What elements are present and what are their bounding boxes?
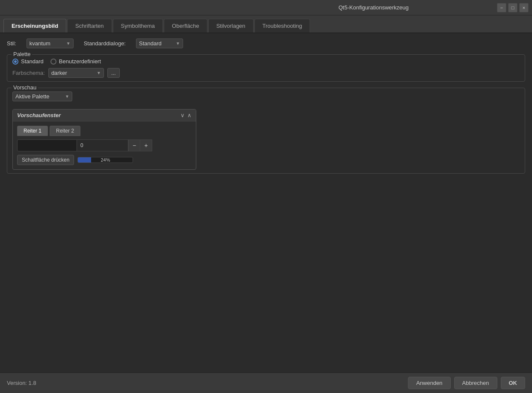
farbschema-label: Farbschema: (12, 70, 45, 76)
standarddialoge-label: Standarddialoge: (84, 40, 126, 47)
footer: Version: 1.8 Anwenden Abbrechen OK (0, 372, 532, 393)
farbschema-dots-button[interactable]: ... (107, 68, 120, 78)
preview-body: Reiter 1 Reiter 2 0 − + Schaltfläche drü… (13, 121, 196, 169)
radio-benutzerdefiniert-label: Benutzerdefiniert (59, 58, 101, 65)
palette-radio-row: Standard Benutzerdefiniert (12, 58, 520, 65)
preview-minimize-icon[interactable]: ∨ (180, 112, 185, 118)
preview-tab-1[interactable]: Reiter 1 (17, 126, 48, 136)
abbrechen-button[interactable]: Abbrechen (454, 377, 497, 389)
top-controls: Stil: kvantum ▼ Standarddialoge: Standar… (7, 38, 525, 48)
tab-oberflaeche[interactable]: Oberfläche (164, 19, 207, 33)
preview-spinner-row: 0 − + (17, 139, 192, 151)
farbschema-dropdown[interactable]: darker ▼ (48, 68, 104, 78)
minimize-button[interactable]: − (497, 3, 506, 12)
preview-tab-2[interactable]: Reiter 2 (50, 126, 80, 136)
footer-buttons: Anwenden Abbrechen OK (408, 377, 525, 389)
stil-dropdown[interactable]: kvantum ▼ (27, 38, 74, 48)
titlebar-controls: − □ × (497, 3, 529, 12)
preview-progress-row: Schaltfläche drücken 24% (17, 155, 192, 165)
preview-maximize-icon[interactable]: ∧ (187, 112, 192, 118)
tab-stilvorlagen[interactable]: Stilvorlagen (208, 19, 254, 33)
farbschema-row: Farbschema: darker ▼ ... (12, 68, 520, 78)
progress-bar-container: 24% (77, 157, 133, 163)
standarddialoge-value: Standard (139, 40, 162, 47)
tabs-bar: Erscheinungsbild Schriftarten Symbolthem… (0, 15, 532, 33)
vorschau-group: Vorschau Aktive Palette ▼ Vorschaufenste… (7, 88, 525, 174)
vorschau-group-title: Vorschau (12, 84, 38, 91)
preview-window: Vorschaufenster ∨ ∧ Reiter 1 Reiter 2 0 … (12, 109, 196, 170)
tab-symbolthema[interactable]: Symbolthema (113, 19, 163, 33)
close-button[interactable]: × (519, 3, 529, 12)
standarddialoge-dropdown[interactable]: Standard ▼ (136, 38, 183, 48)
radio-benutzerdefiniert-circle (50, 59, 56, 65)
aktive-palette-dropdown-arrow: ▼ (65, 94, 69, 99)
radio-standard-dot (14, 60, 17, 63)
radio-benutzerdefiniert[interactable]: Benutzerdefiniert (50, 58, 101, 65)
preview-text-input[interactable] (17, 139, 77, 151)
progress-label: 24% (78, 157, 133, 163)
palette-group-title: Palette (12, 51, 32, 57)
standarddialoge-dropdown-arrow: ▼ (176, 41, 180, 46)
radio-standard-label: Standard (21, 58, 44, 65)
preview-spinner-plus[interactable]: + (140, 139, 152, 151)
anwenden-button[interactable]: Anwenden (408, 377, 450, 389)
palette-group: Palette Standard Benutzerdefiniert Farbs… (7, 54, 525, 82)
maximize-button[interactable]: □ (508, 3, 517, 12)
farbschema-dropdown-arrow: ▼ (97, 71, 101, 75)
preview-tabs: Reiter 1 Reiter 2 (17, 126, 192, 136)
version-label: Version: 1.8 (7, 380, 36, 386)
preview-spinner-value: 0 (77, 139, 128, 151)
preview-button[interactable]: Schaltfläche drücken (17, 155, 74, 165)
stil-label: Stil: (7, 40, 16, 47)
ok-button[interactable]: OK (501, 377, 526, 389)
tab-schriftarten[interactable]: Schriftarten (67, 19, 112, 33)
aktive-palette-dropdown[interactable]: Aktive Palette ▼ (12, 92, 72, 101)
stil-value: kvantum (30, 40, 50, 47)
main-content: Stil: kvantum ▼ Standarddialoge: Standar… (0, 33, 532, 372)
tab-erscheinungsbild[interactable]: Erscheinungsbild (3, 19, 66, 33)
titlebar: Qt5-Konfigurationswerkzeug − □ × (0, 0, 532, 15)
radio-standard[interactable]: Standard (12, 58, 44, 65)
radio-standard-circle (12, 59, 18, 65)
aktive-palette-value: Aktive Palette (15, 93, 50, 100)
preview-window-controls: ∨ ∧ (180, 112, 192, 118)
preview-window-title: Vorschaufenster (17, 112, 61, 118)
farbschema-value: darker (51, 70, 67, 76)
tab-troubleshooting[interactable]: Troubleshooting (254, 19, 310, 33)
titlebar-title: Qt5-Konfigurationswerkzeug (250, 4, 497, 11)
preview-window-titlebar: Vorschaufenster ∨ ∧ (13, 109, 196, 121)
preview-spinner-minus[interactable]: − (128, 139, 140, 151)
stil-dropdown-arrow: ▼ (66, 41, 71, 46)
